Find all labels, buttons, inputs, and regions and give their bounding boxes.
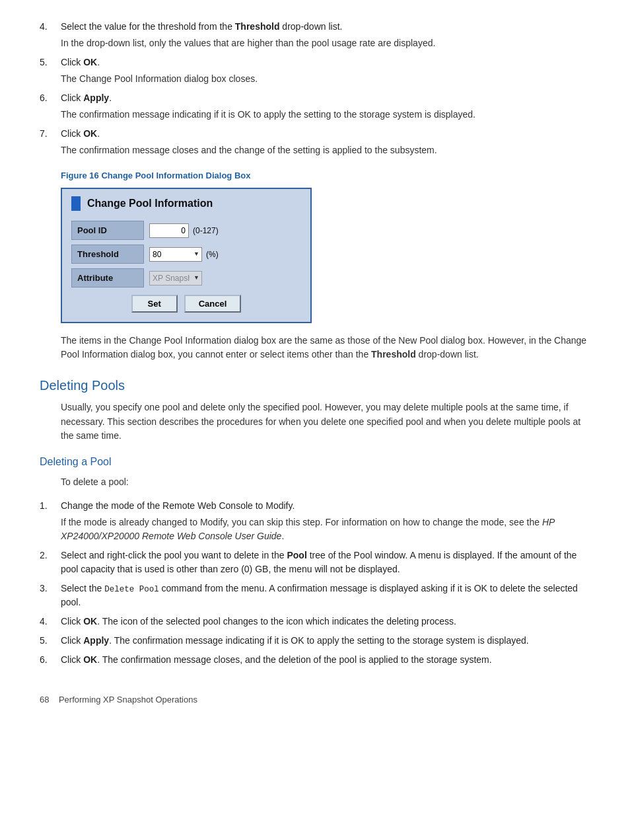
del-step-3-content: Select the Delete Pool command from the …	[61, 582, 590, 610]
del-step-1: 1. Change the mode of the Remote Web Con…	[40, 499, 590, 543]
dialog-titlebar: Change Pool Information	[62, 189, 310, 215]
del-step-5-num: 5.	[40, 634, 61, 648]
del-step-5-main: Click Apply. The confirmation message in…	[61, 635, 529, 646]
del-step-4: 4. Click OK. The icon of the selected po…	[40, 615, 590, 629]
dialog-title-icon	[71, 196, 81, 211]
deleting-a-pool-heading: Deleting a Pool	[40, 454, 590, 470]
threshold-bold-body: Threshold	[371, 349, 416, 360]
pool-id-row: Pool ID (0-127)	[71, 221, 301, 241]
delete-pool-code: Delete Pool	[104, 585, 159, 594]
deleting-pools-heading: Deleting Pools	[40, 375, 590, 395]
del-step-3-num: 3.	[40, 582, 61, 595]
del-step-2: 2. Select and right-click the pool you w…	[40, 549, 590, 576]
apply-bold-d5: Apply	[83, 635, 109, 646]
set-button[interactable]: Set	[131, 295, 178, 313]
pool-id-label: Pool ID	[71, 221, 144, 241]
step-6-main: Click Apply.	[61, 93, 112, 103]
attribute-select: XP Snapshot	[149, 271, 202, 286]
dialog-body: Pool ID (0-127) Threshold 80 85 90 95 (%…	[62, 215, 310, 322]
pool-id-hint: (0-127)	[193, 225, 219, 237]
del-step-4-content: Click OK. The icon of the selected pool …	[61, 615, 590, 629]
footer-text: Performing XP Snapshot Operations	[59, 695, 197, 705]
step-7-main: Click OK.	[61, 128, 100, 139]
dialog-buttons: Set Cancel	[71, 295, 301, 313]
step-4-main: Select the value for the threshold from …	[61, 21, 342, 32]
guide-italic: HP XP24000/XP20000 Remote Web Console Us…	[61, 517, 555, 541]
threshold-field: 80 85 90 95 (%)	[144, 245, 301, 264]
del-step-6: 6. Click OK. The confirmation message cl…	[40, 653, 590, 667]
ok-bold-7: OK	[83, 128, 97, 139]
body-para-after-figure: The items in the Change Pool Information…	[61, 334, 590, 362]
del-step-3-main: Select the Delete Pool command from the …	[61, 583, 578, 608]
step-4-content: Select the value for the threshold from …	[61, 20, 590, 50]
step-6: 6. Click Apply. The confirmation message…	[40, 91, 590, 122]
dialog-title-text: Change Pool Information	[87, 196, 213, 211]
ok-bold-d4: OK	[83, 616, 97, 627]
ok-bold-d6: OK	[83, 654, 97, 665]
step-4-num: 4.	[40, 20, 61, 34]
figure-caption: Figure 16 Change Pool Information Dialog…	[61, 169, 590, 182]
step-6-content: Click Apply. The confirmation message in…	[61, 91, 590, 122]
page-footer: 68 Performing XP Snapshot Operations	[40, 693, 590, 706]
cancel-button[interactable]: Cancel	[184, 295, 242, 313]
del-step-2-content: Select and right-click the pool you want…	[61, 549, 590, 576]
step-5-num: 5.	[40, 56, 61, 69]
attribute-select-wrapper: XP Snapshot	[149, 271, 202, 286]
del-step-1-sub: If the mode is already changed to Modify…	[61, 515, 590, 543]
del-step-2-num: 2.	[40, 549, 61, 562]
deleting-pools-intro: Usually, you specify one pool and delete…	[61, 401, 590, 443]
page-num: 68	[40, 695, 49, 705]
step-4: 4. Select the value for the threshold fr…	[40, 20, 590, 50]
del-step-6-num: 6.	[40, 653, 61, 667]
del-step-6-content: Click OK. The confirmation message close…	[61, 653, 590, 667]
deleting-a-pool-intro: To delete a pool:	[61, 475, 590, 490]
top-steps-list: 4. Select the value for the threshold fr…	[40, 20, 590, 157]
deleting-pool-steps: 1. Change the mode of the Remote Web Con…	[40, 499, 590, 668]
pool-id-field: (0-127)	[144, 221, 301, 241]
del-step-6-main: Click OK. The confirmation message close…	[61, 654, 492, 665]
del-step-4-num: 4.	[40, 615, 61, 629]
threshold-select[interactable]: 80 85 90 95	[149, 247, 202, 262]
step-4-sub: In the drop-down list, only the values t…	[61, 36, 590, 50]
attribute-row: Attribute XP Snapshot	[71, 268, 301, 288]
step-7-content: Click OK. The confirmation message close…	[61, 127, 590, 157]
attribute-field: XP Snapshot	[144, 268, 301, 288]
step-5-content: Click OK. The Change Pool Information di…	[61, 56, 590, 86]
step-5-sub: The Change Pool Information dialog box c…	[61, 72, 590, 86]
step-5-main: Click OK.	[61, 57, 100, 67]
del-step-4-main: Click OK. The icon of the selected pool …	[61, 616, 456, 627]
del-step-1-content: Change the mode of the Remote Web Consol…	[61, 499, 590, 543]
pool-bold: Pool	[287, 550, 306, 560]
ok-bold-5: OK	[83, 57, 97, 67]
del-step-5: 5. Click Apply. The confirmation message…	[40, 634, 590, 648]
step-5: 5. Click OK. The Change Pool Information…	[40, 56, 590, 86]
threshold-label: Threshold	[71, 245, 144, 264]
step-7-num: 7.	[40, 127, 61, 141]
del-step-3: 3. Select the Delete Pool command from t…	[40, 582, 590, 610]
threshold-row: Threshold 80 85 90 95 (%)	[71, 245, 301, 264]
attribute-label: Attribute	[71, 268, 144, 288]
del-step-2-main: Select and right-click the pool you want…	[61, 550, 577, 574]
step-6-num: 6.	[40, 91, 61, 105]
del-step-1-num: 1.	[40, 499, 61, 513]
apply-bold-6: Apply	[83, 93, 109, 103]
threshold-hint: (%)	[206, 248, 219, 260]
change-pool-dialog: Change Pool Information Pool ID (0-127) …	[61, 188, 312, 323]
del-step-5-content: Click Apply. The confirmation message in…	[61, 634, 590, 648]
del-step-1-main: Change the mode of the Remote Web Consol…	[61, 500, 295, 511]
step-6-sub: The confirmation message indicating if i…	[61, 108, 590, 122]
step-7-sub: The confirmation message closes and the …	[61, 143, 590, 157]
step-7: 7. Click OK. The confirmation message cl…	[40, 127, 590, 157]
threshold-bold: Threshold	[235, 21, 280, 32]
threshold-select-wrapper[interactable]: 80 85 90 95	[149, 247, 202, 262]
pool-id-input[interactable]	[149, 223, 189, 238]
